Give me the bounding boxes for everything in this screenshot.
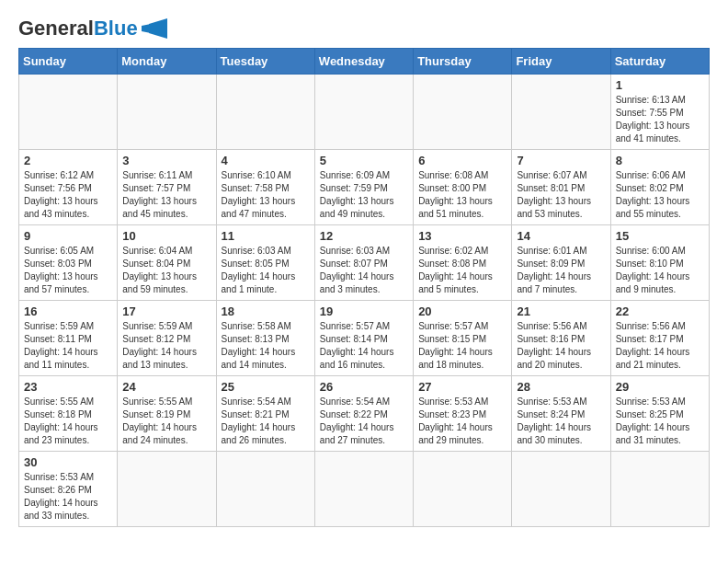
calendar-cell — [414, 452, 512, 527]
day-info: Sunrise: 5:56 AM Sunset: 8:16 PM Dayligh… — [517, 320, 605, 372]
calendar-week-2: 2Sunrise: 6:12 AM Sunset: 7:56 PM Daylig… — [19, 150, 710, 225]
day-info: Sunrise: 6:05 AM Sunset: 8:03 PM Dayligh… — [24, 245, 112, 296]
calendar-cell: 8Sunrise: 6:06 AM Sunset: 8:02 PM Daylig… — [610, 150, 709, 225]
day-number: 22 — [616, 304, 704, 318]
day-info: Sunrise: 6:03 AM Sunset: 8:05 PM Dayligh… — [222, 245, 310, 296]
calendar-week-6: 30Sunrise: 5:53 AM Sunset: 8:26 PM Dayli… — [19, 452, 710, 527]
day-info: Sunrise: 6:06 AM Sunset: 8:02 PM Dayligh… — [616, 169, 704, 221]
calendar-cell: 25Sunrise: 5:54 AM Sunset: 8:21 PM Dayli… — [216, 376, 314, 452]
day-number: 11 — [222, 229, 310, 243]
weekday-header-saturday: Saturday — [610, 49, 709, 75]
day-info: Sunrise: 5:53 AM Sunset: 8:25 PM Dayligh… — [616, 396, 704, 447]
day-number: 5 — [320, 154, 408, 167]
day-number: 27 — [418, 380, 506, 394]
weekday-header-row: SundayMondayTuesdayWednesdayThursdayFrid… — [19, 49, 710, 75]
calendar-cell: 21Sunrise: 5:56 AM Sunset: 8:16 PM Dayli… — [512, 301, 610, 376]
calendar-cell: 1Sunrise: 6:13 AM Sunset: 7:55 PM Daylig… — [610, 75, 709, 150]
calendar-cell: 27Sunrise: 5:53 AM Sunset: 8:23 PM Dayli… — [414, 376, 512, 452]
day-info: Sunrise: 5:53 AM Sunset: 8:23 PM Dayligh… — [418, 396, 506, 447]
day-info: Sunrise: 6:11 AM Sunset: 7:57 PM Dayligh… — [122, 169, 210, 221]
calendar-cell: 28Sunrise: 5:53 AM Sunset: 8:24 PM Dayli… — [512, 376, 610, 452]
calendar-cell: 13Sunrise: 6:02 AM Sunset: 8:08 PM Dayli… — [414, 225, 512, 301]
calendar-week-5: 23Sunrise: 5:55 AM Sunset: 8:18 PM Dayli… — [19, 376, 710, 452]
weekday-header-monday: Monday — [118, 49, 216, 75]
calendar-cell — [314, 75, 413, 150]
day-info: Sunrise: 5:56 AM Sunset: 8:17 PM Dayligh… — [616, 320, 704, 372]
logo: GeneralBlue — [18, 18, 167, 39]
calendar-cell: 23Sunrise: 5:55 AM Sunset: 8:18 PM Dayli… — [19, 376, 118, 452]
weekday-header-friday: Friday — [512, 49, 610, 75]
calendar-cell — [512, 452, 610, 527]
day-number: 2 — [24, 154, 112, 167]
page-header: GeneralBlue — [18, 18, 710, 39]
calendar-week-4: 16Sunrise: 5:59 AM Sunset: 8:11 PM Dayli… — [19, 301, 710, 376]
day-number: 19 — [320, 304, 408, 318]
day-info: Sunrise: 5:59 AM Sunset: 8:11 PM Dayligh… — [24, 320, 112, 372]
weekday-header-wednesday: Wednesday — [314, 49, 413, 75]
day-info: Sunrise: 5:58 AM Sunset: 8:13 PM Dayligh… — [222, 320, 310, 372]
day-info: Sunrise: 6:10 AM Sunset: 7:58 PM Dayligh… — [222, 169, 310, 221]
day-number: 4 — [222, 154, 310, 167]
weekday-header-tuesday: Tuesday — [216, 49, 314, 75]
day-number: 29 — [616, 380, 704, 394]
day-info: Sunrise: 6:01 AM Sunset: 8:09 PM Dayligh… — [517, 245, 605, 296]
calendar-cell: 26Sunrise: 5:54 AM Sunset: 8:22 PM Dayli… — [314, 376, 413, 452]
calendar-cell — [610, 452, 709, 527]
calendar-cell: 6Sunrise: 6:08 AM Sunset: 8:00 PM Daylig… — [414, 150, 512, 225]
svg-marker-0 — [149, 18, 167, 39]
calendar-cell: 9Sunrise: 6:05 AM Sunset: 8:03 PM Daylig… — [19, 225, 118, 301]
calendar-cell: 10Sunrise: 6:04 AM Sunset: 8:04 PM Dayli… — [118, 225, 216, 301]
day-info: Sunrise: 6:04 AM Sunset: 8:04 PM Dayligh… — [122, 245, 210, 296]
day-number: 1 — [616, 78, 704, 92]
day-number: 6 — [418, 154, 506, 167]
calendar-cell: 12Sunrise: 6:03 AM Sunset: 8:07 PM Dayli… — [314, 225, 413, 301]
calendar-cell: 14Sunrise: 6:01 AM Sunset: 8:09 PM Dayli… — [512, 225, 610, 301]
calendar-cell: 24Sunrise: 5:55 AM Sunset: 8:19 PM Dayli… — [118, 376, 216, 452]
calendar-cell: 18Sunrise: 5:58 AM Sunset: 8:13 PM Dayli… — [216, 301, 314, 376]
day-info: Sunrise: 6:08 AM Sunset: 8:00 PM Dayligh… — [418, 169, 506, 221]
calendar-cell — [512, 75, 610, 150]
calendar-cell — [19, 75, 118, 150]
day-info: Sunrise: 6:12 AM Sunset: 7:56 PM Dayligh… — [24, 169, 112, 221]
day-number: 10 — [122, 229, 210, 243]
day-info: Sunrise: 5:54 AM Sunset: 8:21 PM Dayligh… — [222, 396, 310, 447]
calendar-cell: 11Sunrise: 6:03 AM Sunset: 8:05 PM Dayli… — [216, 225, 314, 301]
calendar-cell — [216, 75, 314, 150]
day-number: 17 — [122, 304, 210, 318]
weekday-header-thursday: Thursday — [414, 49, 512, 75]
day-number: 24 — [122, 380, 210, 394]
calendar-cell: 29Sunrise: 5:53 AM Sunset: 8:25 PM Dayli… — [610, 376, 709, 452]
calendar-cell: 20Sunrise: 5:57 AM Sunset: 8:15 PM Dayli… — [414, 301, 512, 376]
day-number: 7 — [517, 154, 605, 167]
day-number: 8 — [616, 154, 704, 167]
weekday-header-sunday: Sunday — [19, 49, 118, 75]
logo-text: GeneralBlue — [18, 18, 138, 39]
day-number: 16 — [24, 304, 112, 318]
day-info: Sunrise: 5:57 AM Sunset: 8:15 PM Dayligh… — [418, 320, 506, 372]
calendar-cell: 2Sunrise: 6:12 AM Sunset: 7:56 PM Daylig… — [19, 150, 118, 225]
day-number: 9 — [24, 229, 112, 243]
day-number: 21 — [517, 304, 605, 318]
day-number: 28 — [517, 380, 605, 394]
logo-blue: Blue — [94, 17, 138, 40]
day-number: 25 — [222, 380, 310, 394]
calendar-cell: 30Sunrise: 5:53 AM Sunset: 8:26 PM Dayli… — [19, 452, 118, 527]
day-info: Sunrise: 6:07 AM Sunset: 8:01 PM Dayligh… — [517, 169, 605, 221]
day-info: Sunrise: 6:13 AM Sunset: 7:55 PM Dayligh… — [616, 94, 704, 145]
calendar-week-3: 9Sunrise: 6:05 AM Sunset: 8:03 PM Daylig… — [19, 225, 710, 301]
calendar-cell: 22Sunrise: 5:56 AM Sunset: 8:17 PM Dayli… — [610, 301, 709, 376]
calendar-cell: 4Sunrise: 6:10 AM Sunset: 7:58 PM Daylig… — [216, 150, 314, 225]
day-info: Sunrise: 5:57 AM Sunset: 8:14 PM Dayligh… — [320, 320, 408, 372]
logo-icon — [142, 18, 167, 39]
calendar-body: 1Sunrise: 6:13 AM Sunset: 7:55 PM Daylig… — [19, 75, 710, 527]
day-info: Sunrise: 5:54 AM Sunset: 8:22 PM Dayligh… — [320, 396, 408, 447]
day-info: Sunrise: 6:03 AM Sunset: 8:07 PM Dayligh… — [320, 245, 408, 296]
calendar-cell — [414, 75, 512, 150]
day-info: Sunrise: 6:00 AM Sunset: 8:10 PM Dayligh… — [616, 245, 704, 296]
day-info: Sunrise: 5:55 AM Sunset: 8:18 PM Dayligh… — [24, 396, 112, 447]
day-number: 18 — [222, 304, 310, 318]
day-number: 3 — [122, 154, 210, 167]
day-info: Sunrise: 5:53 AM Sunset: 8:26 PM Dayligh… — [24, 471, 112, 523]
calendar-cell: 16Sunrise: 5:59 AM Sunset: 8:11 PM Dayli… — [19, 301, 118, 376]
day-info: Sunrise: 5:53 AM Sunset: 8:24 PM Dayligh… — [517, 396, 605, 447]
